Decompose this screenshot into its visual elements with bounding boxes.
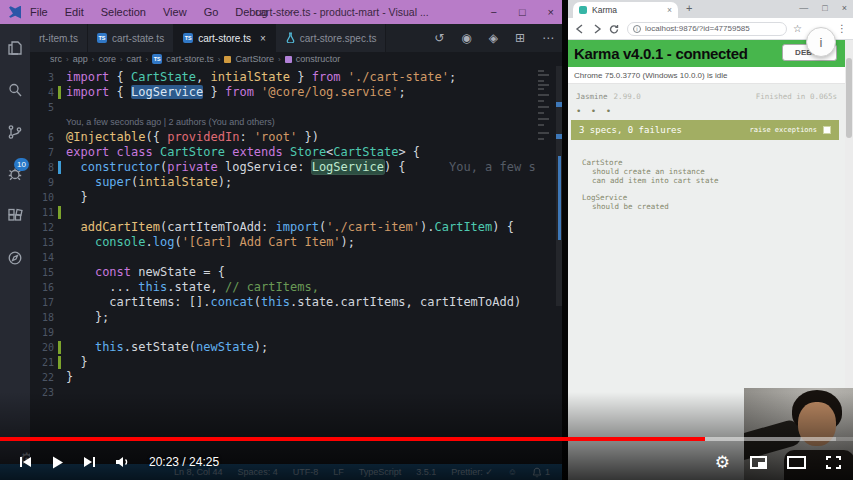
- codelens-annotation[interactable]: You, a few seconds ago | 2 authors (You …: [66, 115, 275, 130]
- minimap-line: [538, 132, 549, 134]
- breadcrumb-item-core[interactable]: core: [98, 54, 116, 64]
- progress-bar[interactable]: [0, 437, 853, 441]
- minimize-icon[interactable]: —: [799, 3, 808, 13]
- karma-banner-title: Karma v4.0.1 - connected: [568, 45, 748, 62]
- theater-mode-icon[interactable]: [787, 456, 806, 469]
- settings-gear-icon[interactable]: ⚙: [715, 454, 730, 471]
- jasmine-name: Jasmine: [576, 92, 608, 101]
- gutter-change-bar: [58, 161, 61, 174]
- maximize-icon[interactable]: □: [519, 6, 526, 18]
- line-number: 20: [30, 340, 54, 355]
- line-number: 17: [30, 295, 54, 310]
- line-number: 8: [30, 160, 54, 175]
- next-button[interactable]: [83, 455, 97, 469]
- url-field[interactable]: i localhost:9876/?id=47759585: [627, 22, 787, 36]
- url-text: localhost:9876/?id=47759585: [645, 24, 750, 33]
- new-tab-button[interactable]: +: [686, 2, 692, 14]
- split-editor-icon[interactable]: ⊞: [515, 31, 525, 45]
- line-number: 13: [30, 235, 54, 250]
- breadcrumb-separator: ›: [278, 55, 281, 64]
- browser-menu-icon[interactable]: ⋮: [837, 23, 847, 34]
- breadcrumb-item-cart[interactable]: cart: [127, 54, 142, 64]
- source-control-icon[interactable]: [5, 122, 25, 142]
- time-display: 20:23 / 24:25: [149, 455, 219, 469]
- spec-name[interactable]: should create an instance: [582, 167, 718, 176]
- minimap[interactable]: [536, 66, 556, 306]
- page-info-icon[interactable]: i: [633, 25, 641, 33]
- minimap-line: [538, 74, 549, 76]
- video-info-icon[interactable]: i: [806, 27, 836, 57]
- typescript-icon: TS: [183, 33, 193, 43]
- refresh-icon[interactable]: [609, 20, 619, 38]
- line-number: 9: [30, 175, 54, 190]
- tab-close-icon[interactable]: ×: [667, 5, 672, 15]
- close-icon[interactable]: ×: [842, 3, 847, 13]
- line-number: 15: [30, 265, 54, 280]
- breadcrumb-item-app[interactable]: app: [73, 54, 88, 64]
- spec-name[interactable]: should be created: [582, 202, 718, 211]
- play-button[interactable]: [50, 455, 65, 470]
- code-line: 6@Injectable({ providedIn: 'root' }): [30, 130, 562, 145]
- tab-cart-store-ts[interactable]: TScart-store.ts×: [174, 24, 276, 52]
- explorer-icon[interactable]: [5, 38, 25, 58]
- minimap-line: [538, 124, 544, 126]
- browser-tab-karma[interactable]: Karma ×: [573, 2, 678, 18]
- breadcrumb-separator: ›: [92, 55, 95, 64]
- line-number: 18: [30, 310, 54, 325]
- line-number: 16: [30, 280, 54, 295]
- menu-item-file[interactable]: File: [30, 6, 48, 19]
- tab-close-icon[interactable]: ×: [260, 33, 266, 44]
- maximize-icon[interactable]: □: [822, 3, 827, 13]
- suite-name[interactable]: CartStore: [582, 158, 718, 167]
- fullscreen-icon[interactable]: [826, 456, 841, 469]
- minimap-line: [538, 112, 544, 114]
- close-icon[interactable]: ×: [548, 6, 554, 18]
- played-bar: [0, 437, 705, 441]
- breadcrumb-item-src[interactable]: src: [50, 54, 62, 64]
- bookmark-star-icon[interactable]: ☆: [793, 23, 802, 34]
- tab-cart-store-spec-ts[interactable]: cart-store.spec.ts: [276, 24, 387, 52]
- raise-exceptions-checkbox[interactable]: [823, 126, 831, 134]
- breadcrumb-item-CartStore[interactable]: CartStore: [235, 54, 274, 64]
- preview-icon[interactable]: ◉: [461, 31, 471, 45]
- previous-button[interactable]: [18, 455, 32, 469]
- line-number: 3: [30, 70, 54, 85]
- code-line: 9 super(intialState);: [30, 175, 562, 190]
- more-actions-icon[interactable]: ⋯: [542, 31, 554, 45]
- breadcrumb-item-cart-store-ts[interactable]: cart-store.ts: [166, 54, 214, 64]
- compare-icon[interactable]: ◈: [489, 31, 498, 45]
- breadcrumb-separator: ›: [120, 55, 123, 64]
- suite-name[interactable]: LogService: [582, 193, 718, 202]
- line-number: 22: [30, 370, 54, 385]
- code-line: 15 const newState = {: [30, 265, 562, 280]
- browser-tab-strip: Karma × + — □ ×: [568, 0, 853, 18]
- minimize-icon[interactable]: −: [490, 6, 496, 18]
- line-number: 10: [30, 190, 54, 205]
- breadcrumb[interactable]: src›app›core›cart›TScart-store.ts›CartSt…: [30, 52, 562, 66]
- menu-item-go[interactable]: Go: [204, 6, 219, 19]
- tab-label: cart-store.spec.ts: [300, 33, 377, 44]
- forward-icon[interactable]: [592, 20, 602, 38]
- test-explorer-icon[interactable]: [5, 248, 25, 268]
- breadcrumb-item-constructor[interactable]: constructor: [296, 54, 341, 64]
- tab-cart-state-ts[interactable]: TScart-state.ts: [88, 24, 174, 52]
- menu-item-view[interactable]: View: [163, 6, 187, 19]
- code-line: 19: [30, 325, 562, 340]
- gutter-change-bar: [58, 86, 61, 99]
- extensions-icon[interactable]: [5, 206, 25, 226]
- code-line: 13 console.log('[Cart] Add Cart Item');: [30, 235, 562, 250]
- menu-item-edit[interactable]: Edit: [65, 6, 84, 19]
- menu-item-selection[interactable]: Selection: [101, 6, 146, 19]
- volume-icon[interactable]: [115, 455, 133, 469]
- sync-icon[interactable]: ↺: [434, 31, 444, 45]
- search-icon[interactable]: [5, 80, 25, 100]
- browser-scrollbar[interactable]: [845, 40, 853, 445]
- spec-name[interactable]: can add item into cart state: [582, 176, 718, 185]
- tab-rt-item-ts[interactable]: rt-item.ts: [30, 24, 88, 52]
- miniplayer-icon[interactable]: [750, 456, 767, 469]
- gutter-change-bar: [58, 206, 61, 219]
- overview-mark: [558, 156, 561, 240]
- scrollbar-thumb[interactable]: [846, 58, 852, 138]
- back-icon[interactable]: [575, 20, 585, 38]
- jasmine-finished: Finished in 0.065s: [756, 92, 837, 101]
